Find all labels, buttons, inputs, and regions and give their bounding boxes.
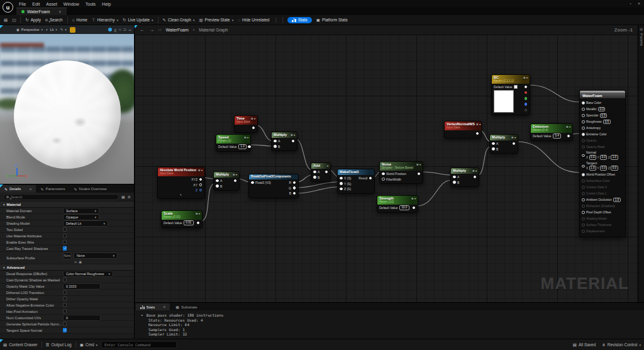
output-pin[interactable] (474, 176, 477, 179)
output-pin[interactable] (476, 132, 479, 135)
menu-file[interactable]: File (19, 2, 26, 6)
material-graph-canvas[interactable]: ← → ∷ WaterFoam › Material Graph Zoom -1… (134, 25, 644, 302)
tab-parameters[interactable]: ✎Parameters (36, 185, 69, 193)
material-domain-dropdown[interactable]: Surface▾ (63, 208, 99, 214)
output-pin-xyz[interactable] (199, 178, 203, 181)
preview-viewport[interactable]: ◉Perspective▾ ◐Lit▾ ✎▾ ▯ ○ □ ⌓ Z X Y (0, 25, 134, 184)
node-noise[interactable]: Noise⚙▾Simplex - Texture Based World Pos… (379, 161, 423, 184)
output-pin[interactable] (252, 127, 255, 130)
details-settings-icon[interactable]: ⚙ (128, 195, 131, 199)
has-pixel-animation-checkbox[interactable] (63, 309, 67, 313)
input-pin-b[interactable] (453, 181, 456, 184)
output-pin-r[interactable] (525, 91, 528, 94)
output-pin[interactable] (513, 142, 516, 145)
pin-world-position-offset[interactable]: World Position Offset (582, 172, 623, 178)
output-pin-g[interactable] (525, 97, 528, 100)
node-multiply-3[interactable]: Multiply⚙▾ A B (450, 167, 479, 187)
output-pin-b[interactable] (293, 192, 296, 195)
section-advanced[interactable]: ▾Advanced (0, 264, 134, 271)
cast-ray-traced-shadows-checkbox[interactable] (63, 246, 67, 251)
tangent-space-normal-checkbox[interactable] (63, 328, 67, 332)
input-pin-y[interactable] (340, 182, 343, 185)
pin-emissive-color[interactable]: Emissive Color (582, 132, 623, 137)
close-stats-tab-icon[interactable]: × (163, 305, 165, 309)
chevron-down-icon[interactable]: ▾ (327, 164, 328, 167)
asset-tab-waterfoam[interactable]: WaterFoam × (16, 8, 67, 15)
tab-details[interactable]: ✎Details× (0, 185, 36, 193)
dithered-lod-checkbox[interactable] (63, 290, 67, 295)
output-pin[interactable] (292, 140, 295, 143)
preview-shape-cylinder-icon[interactable]: ▯ (114, 28, 116, 32)
input-pin-float3[interactable] (251, 181, 254, 184)
hide-unrelated-button[interactable]: ◌Hide Unrelated (238, 18, 269, 22)
back-icon[interactable]: ← (140, 27, 145, 33)
two-sided-checkbox[interactable] (63, 227, 67, 232)
use-material-attributes-checkbox[interactable] (63, 234, 67, 238)
menu-asset[interactable]: Asset (46, 2, 57, 6)
input-pin-a[interactable] (313, 171, 316, 174)
enable-exec-wire-checkbox[interactable] (63, 240, 67, 244)
node-expander-icon[interactable]: ▾ (160, 193, 202, 196)
menu-help[interactable]: Help (102, 2, 111, 6)
node-settings-icon[interactable]: ⚙ (198, 169, 201, 172)
output-pin-a[interactable] (525, 109, 528, 112)
node-bc-color-param[interactable]: BC⚙▾Param (1,1,1,1) Default Value (491, 74, 530, 115)
section-material[interactable]: ▾Material (0, 201, 134, 208)
clean-graph-dropdown[interactable]: ✎Clean Graph▾ (163, 18, 195, 23)
input-pin-z[interactable] (340, 188, 343, 191)
output-pin[interactable] (248, 145, 251, 149)
console-input[interactable] (101, 341, 177, 348)
chevron-down-icon[interactable]: ▾ (247, 136, 248, 139)
preview-shape-sphere-icon[interactable]: ○ (119, 28, 121, 31)
pin-pixel-depth-offset[interactable]: Pixel Depth Offset (582, 210, 623, 215)
chevron-down-icon[interactable]: ▾ (236, 173, 237, 176)
output-pin[interactable] (413, 206, 416, 210)
input-pin-a[interactable] (274, 140, 277, 143)
menu-tools[interactable]: Tools (86, 2, 96, 6)
node-settings-icon[interactable]: ⚙ (511, 136, 514, 139)
lit-mode-dropdown[interactable]: ◐Lit▾ (46, 28, 57, 31)
pin-specular[interactable]: Specular0.5 (582, 113, 623, 118)
chevron-down-icon[interactable]: ▾ (526, 76, 528, 79)
preview-shape-teapot-icon[interactable]: ⌓ (128, 28, 131, 32)
cast-dynamic-shadow-checkbox[interactable] (63, 278, 67, 282)
pin-metallic[interactable]: Metallic0.0 (582, 106, 623, 112)
node-settings-icon[interactable]: ⚙ (476, 123, 479, 126)
chevron-down-icon[interactable]: ▾ (294, 133, 295, 137)
subsurface-profile-thumbnail[interactable]: None (63, 252, 72, 259)
output-pin-b[interactable] (525, 103, 528, 106)
input-pin-b[interactable] (216, 184, 219, 188)
tab-substrate[interactable]: ▦Substrate (171, 303, 201, 310)
perspective-dropdown[interactable]: ◉Perspective▾ (16, 28, 43, 31)
output-pin-xy[interactable] (199, 183, 203, 186)
details-search-input[interactable] (3, 194, 119, 200)
breadcrumb-asset[interactable]: WaterFoam (165, 28, 188, 32)
hierarchy-dropdown[interactable]: ⊤Hierarchy▾ (92, 18, 118, 23)
output-pin[interactable] (197, 222, 200, 225)
favorites-filter-icon[interactable]: ▦ (121, 195, 125, 199)
color-swatch[interactable] (514, 85, 518, 89)
palette-side-tab[interactable]: ▤ Palette (638, 25, 644, 302)
node-settings-icon[interactable]: ⚙ (251, 117, 253, 120)
node-settings-icon[interactable]: ⚙ (411, 197, 414, 200)
input-pin-b[interactable] (492, 147, 495, 150)
node-settings-icon[interactable]: ⚙ (523, 76, 526, 79)
close-tab-icon[interactable]: × (58, 9, 61, 14)
node-material-result[interactable]: WaterFoam Base Color Metallic0.0 Specula… (579, 90, 626, 237)
preview-mesh-sphere[interactable] (14, 60, 121, 169)
preview-shape-sphere-active-icon[interactable] (108, 28, 112, 31)
node-strength[interactable]: Strength⚙▾Param (10) Default Value10.0 (377, 195, 418, 213)
stats-toggle-button[interactable]: Stats (287, 17, 311, 23)
node-settings-icon[interactable]: ⚙ (291, 133, 293, 137)
chevron-down-icon[interactable]: ▾ (479, 123, 480, 126)
output-pin[interactable] (418, 172, 421, 176)
pin-anisotropy[interactable]: Anisotropy (582, 125, 623, 131)
blend-mode-dropdown[interactable]: Opaque▾ (63, 214, 99, 220)
restore-window-icon[interactable]: ▫ (630, 1, 631, 6)
dither-opacity-mask-checkbox[interactable] (63, 296, 67, 301)
node-settings-icon[interactable]: ⚙ (244, 136, 247, 139)
pin-ambient-occlusion[interactable]: Ambient Occlusion1.0 (582, 197, 623, 203)
input-pin-a[interactable] (216, 179, 219, 183)
cmd-dropdown[interactable]: ▣Cmd▾ (80, 342, 97, 347)
node-scale[interactable]: Scale⚙▾Param (0.01) Default Value0.01 (161, 210, 203, 228)
